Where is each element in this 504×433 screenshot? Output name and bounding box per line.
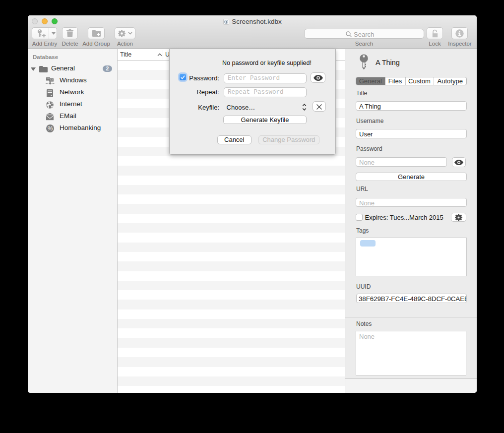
- svg-text:%: %: [47, 125, 53, 132]
